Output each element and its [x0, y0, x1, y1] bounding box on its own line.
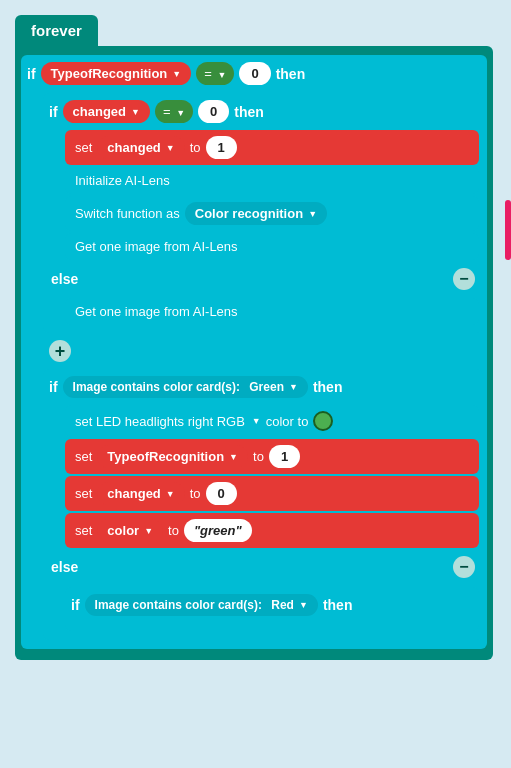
if4-keyword-then: then — [323, 597, 353, 613]
green-color-circle[interactable] — [313, 411, 333, 431]
set-changed-arrow[interactable]: ▼ — [166, 143, 175, 153]
if4-dropdown-arrow[interactable]: ▼ — [299, 600, 308, 610]
set-changed-value[interactable]: 1 — [206, 136, 237, 159]
if2-op-pill[interactable]: = ▼ — [155, 100, 193, 123]
if3-minus-btn[interactable]: − — [453, 556, 475, 578]
block-area: forever if TypeofRecognition ▼ = ▼ 0 — [0, 0, 511, 768]
if3-keyword-if: if — [49, 379, 58, 395]
set-changed-var[interactable]: changed ▼ — [97, 136, 184, 159]
if3-condition-label: Image contains color card(s): — [73, 380, 240, 394]
init-ai-lens-text: Initialize AI-Lens — [75, 173, 170, 188]
if1-body: if changed ▼ = ▼ 0 then — [39, 88, 487, 645]
if1-var-label: TypeofRecognition — [51, 66, 168, 81]
if1-var-pill[interactable]: TypeofRecognition ▼ — [41, 62, 192, 85]
set-color-var-label: color — [107, 523, 139, 538]
forever-body: if TypeofRecognition ▼ = ▼ 0 then — [15, 46, 493, 660]
if2-value-pill[interactable]: 0 — [198, 100, 229, 123]
set-changed-to-kw: to — [190, 140, 201, 155]
if2-minus-btn[interactable]: − — [453, 268, 475, 290]
if2-body: set changed ▼ to 1 Initialize AI-Len — [61, 126, 483, 264]
if3-header-row: if Image contains color card(s): Green ▼… — [43, 373, 483, 401]
set-changed2-var-label: changed — [107, 486, 160, 501]
switch-function-block: Switch function as Color recognition ▼ — [65, 196, 479, 231]
forever-label: forever — [15, 15, 493, 46]
if4-condition-label: Image contains color card(s): — [95, 598, 262, 612]
set-color-block: set color ▼ to "green" — [65, 513, 479, 548]
switch-function-value-label: Color recognition — [195, 206, 303, 221]
set-changed2-to-kw: to — [190, 486, 201, 501]
switch-function-arrow[interactable]: ▼ — [308, 209, 317, 219]
set-changed2-block: set changed ▼ to 0 — [65, 476, 479, 511]
set-color-arrow[interactable]: ▼ — [144, 526, 153, 536]
if2-dropdown-arrow[interactable]: ▼ — [131, 107, 140, 117]
set-color-to-kw: to — [168, 523, 179, 538]
set-led-text: set LED headlights right RGB — [75, 414, 245, 429]
if4-bottom-cut — [65, 619, 479, 627]
if-block-3: if Image contains color card(s): Green ▼… — [43, 369, 483, 640]
plus-row: + — [43, 336, 483, 366]
set-color-value[interactable]: "green" — [184, 519, 252, 542]
set-led-arrow[interactable]: ▼ — [252, 416, 261, 426]
if2-keyword-if: if — [49, 104, 58, 120]
set-changed2-var[interactable]: changed ▼ — [97, 482, 184, 505]
if1-dropdown-arrow[interactable]: ▼ — [172, 69, 181, 79]
if3-keyword-then: then — [313, 379, 343, 395]
set-typeofrecog-block: set TypeofRecognition ▼ to 1 — [65, 439, 479, 474]
if4-keyword-if: if — [71, 597, 80, 613]
scrollbar[interactable] — [505, 200, 511, 260]
if-block-4: if Image contains color card(s): Red ▼ t… — [65, 587, 479, 631]
set-typeofrecog-value[interactable]: 1 — [269, 445, 300, 468]
if4-condition-pill[interactable]: Image contains color card(s): Red ▼ — [85, 594, 318, 616]
set-changed2-arrow[interactable]: ▼ — [166, 489, 175, 499]
if3-dropdown-arrow[interactable]: ▼ — [289, 382, 298, 392]
if2-op-label: = — [163, 104, 171, 119]
if1-op-label: = — [204, 66, 212, 81]
set-led-block: set LED headlights right RGB ▼ color to — [65, 405, 479, 437]
if3-color-space — [243, 380, 246, 394]
set-changed2-kw: set — [75, 486, 92, 501]
if2-else-row: else − — [43, 264, 483, 294]
switch-function-value[interactable]: Color recognition ▼ — [185, 202, 327, 225]
if4-header-row: if Image contains color card(s): Red ▼ t… — [65, 591, 479, 619]
get-image-1-block: Get one image from AI-Lens — [65, 233, 479, 260]
set-changed2-value[interactable]: 0 — [206, 482, 237, 505]
set-led-color-kw: color to — [266, 414, 309, 429]
set-typeofrecog-arrow[interactable]: ▼ — [229, 452, 238, 462]
if3-body: set LED headlights right RGB ▼ color to … — [61, 401, 483, 552]
else2-keyword: else — [51, 559, 78, 575]
if2-keyword-then: then — [234, 104, 264, 120]
if3-condition-pill[interactable]: Image contains color card(s): Green ▼ — [63, 376, 308, 398]
set-typeofrecog-var-label: TypeofRecognition — [107, 449, 224, 464]
forever-text: forever — [15, 15, 98, 46]
plus-btn[interactable]: + — [49, 340, 71, 362]
set-color-var[interactable]: color ▼ — [97, 519, 163, 542]
get-image-2-text: Get one image from AI-Lens — [75, 304, 238, 319]
if3-color-label: Green — [249, 380, 284, 394]
if3-else-row: else − — [43, 552, 483, 582]
set-changed-block: set changed ▼ to 1 — [65, 130, 479, 165]
set-changed-kw: set — [75, 140, 92, 155]
get-image-1-text: Get one image from AI-Lens — [75, 239, 238, 254]
if2-header-row: if changed ▼ = ▼ 0 then — [43, 97, 483, 126]
if-block-2: if changed ▼ = ▼ 0 then — [43, 93, 483, 333]
if1-op-arrow[interactable]: ▼ — [217, 70, 226, 80]
if-block-1: if TypeofRecognition ▼ = ▼ 0 then — [21, 55, 487, 649]
if2-op-arrow[interactable]: ▼ — [176, 108, 185, 118]
set-typeofrecog-to-kw: to — [253, 449, 264, 464]
forever-block: forever if TypeofRecognition ▼ = ▼ 0 — [15, 15, 493, 660]
else1-keyword: else — [51, 271, 78, 287]
set-changed-var-label: changed — [107, 140, 160, 155]
if4-color-space — [265, 598, 268, 612]
init-ai-lens-block: Initialize AI-Lens — [65, 167, 479, 194]
if3-else-body: if Image contains color card(s): Red ▼ t… — [61, 582, 483, 636]
if4-color-label: Red — [271, 598, 294, 612]
if1-keyword-if: if — [27, 66, 36, 82]
if2-var-pill[interactable]: changed ▼ — [63, 100, 150, 123]
get-image-2-block: Get one image from AI-Lens — [65, 298, 479, 325]
if1-header-row: if TypeofRecognition ▼ = ▼ 0 then — [21, 59, 487, 88]
set-typeofrecog-var[interactable]: TypeofRecognition ▼ — [97, 445, 248, 468]
switch-function-text: Switch function as — [75, 206, 180, 221]
if1-value-pill[interactable]: 0 — [239, 62, 270, 85]
if1-op-pill[interactable]: = ▼ — [196, 62, 234, 85]
set-typeofrecog-kw: set — [75, 449, 92, 464]
